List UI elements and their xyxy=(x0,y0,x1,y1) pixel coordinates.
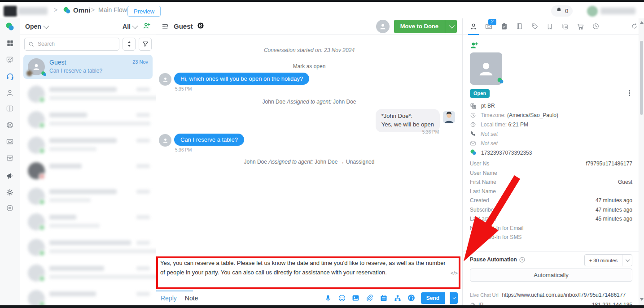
contact-profile-avatar xyxy=(470,52,502,85)
conversation-item-blurred[interactable] xyxy=(23,209,153,235)
broadcast-megaphone-icon[interactable] xyxy=(5,171,15,181)
livechat-headset-icon[interactable] xyxy=(5,71,15,81)
flow-sitemap-icon[interactable] xyxy=(393,294,402,303)
tab-tasks-clipboard-icon[interactable] xyxy=(499,22,508,31)
window-scrollbar[interactable] xyxy=(639,18,644,305)
collapse-sidebar-icon[interactable] xyxy=(162,22,169,30)
send-options-dropdown[interactable] xyxy=(450,292,458,304)
phone-row[interactable]: Not set xyxy=(470,130,632,139)
refresh-icon[interactable] xyxy=(631,23,638,30)
field-row[interactable]: User Ns f79795u171486177 xyxy=(470,159,632,168)
flows-columns-icon[interactable] xyxy=(5,104,15,113)
user-menu-blurred[interactable] xyxy=(587,5,639,17)
app-logo-blurred[interactable] xyxy=(4,6,17,17)
omni-channel-icon[interactable] xyxy=(5,120,15,130)
filter-funnel-button[interactable] xyxy=(139,38,152,51)
tab-chat-widget-icon[interactable]: 2 xyxy=(484,22,493,31)
search-box[interactable] xyxy=(24,38,119,51)
tab-copy-pages-icon[interactable] xyxy=(561,22,570,31)
search-input[interactable] xyxy=(37,40,115,48)
templates-card-icon[interactable] xyxy=(5,137,15,147)
conversation-item-blurred[interactable] xyxy=(23,260,153,286)
attachment-icon[interactable] xyxy=(365,294,374,303)
analytics-board-icon[interactable] xyxy=(5,55,15,65)
more-options-icon[interactable] xyxy=(629,89,631,97)
bell-icon xyxy=(556,7,562,15)
tab-profile-icon[interactable] xyxy=(469,22,478,31)
field-row[interactable]: User Name xyxy=(470,169,632,178)
conversation-item-blurred[interactable] xyxy=(23,107,153,133)
reply-textarea[interactable]: Yes, you can reserve a table. Please let… xyxy=(160,259,449,278)
dashboard-grid-icon[interactable] xyxy=(5,38,15,48)
field-row[interactable]: Not Opted-In for Email xyxy=(470,224,632,233)
conversation-item-blurred[interactable] xyxy=(23,82,153,107)
emoji-icon[interactable] xyxy=(337,294,346,303)
message-timestamp: 5:35 PM xyxy=(175,87,192,91)
field-row[interactable]: Created 47 minutes ago xyxy=(470,196,632,205)
pause-duration-dropdown[interactable]: + 30 minutes xyxy=(584,254,632,266)
move-to-done-button[interactable]: Move to Done xyxy=(394,20,457,33)
assign-action: Assigned to agent: xyxy=(287,99,331,105)
field-row[interactable]: First Name Guest xyxy=(470,178,632,187)
status-badge[interactable]: Open xyxy=(470,89,490,98)
agent-headset-icon[interactable] xyxy=(407,294,416,303)
status-filter-dropdown[interactable]: Open xyxy=(25,23,48,30)
scrollbar-thumb[interactable] xyxy=(640,41,643,115)
chevron-down-icon xyxy=(622,255,632,266)
automatically-button[interactable]: Automatically xyxy=(470,269,632,282)
assign-actor: John Doe xyxy=(263,99,285,105)
outgoing-line1: *John Doe*: xyxy=(381,112,434,121)
scroll-down-arrow[interactable] xyxy=(640,298,644,301)
conversation-item-blurred[interactable] xyxy=(23,133,153,158)
tab-note[interactable]: Note xyxy=(185,295,198,302)
conversation-item-blurred[interactable] xyxy=(23,158,153,184)
tab-reply[interactable]: Reply xyxy=(161,295,177,302)
inbox-archive-icon[interactable] xyxy=(5,153,15,163)
uchat-logo-icon[interactable] xyxy=(5,22,15,32)
chevron-down-icon xyxy=(43,23,49,29)
conversation-item-blurred[interactable] xyxy=(23,184,153,209)
conversation-item-blurred[interactable] xyxy=(23,286,153,308)
tab-notes-book-icon[interactable] xyxy=(515,22,524,31)
help-comment-icon[interactable] xyxy=(5,203,15,213)
field-value: Guest xyxy=(618,179,632,185)
tab-cart-icon[interactable] xyxy=(576,22,585,31)
channel-filter-dropdown[interactable]: All xyxy=(123,23,136,30)
conversation-item-selected[interactable]: Guest Can I reserve a table? 23 Nov xyxy=(23,55,153,79)
conversation-date: 23 Nov xyxy=(132,59,148,65)
assignee-avatar[interactable] xyxy=(376,20,390,33)
breadcrumb-page: Main Flow xyxy=(98,2,127,18)
field-label: Last action xyxy=(470,216,496,222)
contact-message-avatar xyxy=(159,73,171,86)
live-chat-url-value[interactable]: https://www.uchat.com.au/inbox/f79795u17… xyxy=(502,292,626,298)
move-to-done-dropdown[interactable] xyxy=(445,20,457,33)
field-row[interactable]: Last action 45 minutes ago xyxy=(470,214,632,223)
notification-area[interactable]: 0 xyxy=(551,5,573,17)
assign-agent-icon[interactable] xyxy=(470,41,479,52)
field-row[interactable]: Not Opted-In for SMS xyxy=(470,233,632,242)
microphone-icon[interactable] xyxy=(324,294,333,303)
add-contact-icon[interactable] xyxy=(143,22,151,31)
settings-gear-icon[interactable] xyxy=(5,187,15,197)
calendar-icon[interactable] xyxy=(379,294,388,303)
blurred-content xyxy=(23,109,153,131)
send-button[interactable]: Send xyxy=(421,292,445,304)
field-row[interactable]: Last Name xyxy=(470,187,632,196)
local-time-label: Local time: xyxy=(481,121,507,128)
conversation-item-blurred[interactable] xyxy=(23,235,153,260)
tab-bookmark-icon[interactable] xyxy=(545,22,554,31)
scroll-up-arrow[interactable] xyxy=(640,21,644,24)
workspace-name-blurred[interactable] xyxy=(18,7,48,15)
tab-history-clock-icon[interactable] xyxy=(591,22,600,31)
email-row[interactable]: Not set xyxy=(470,139,632,148)
sort-button[interactable] xyxy=(123,38,136,51)
contacts-person-icon[interactable] xyxy=(5,88,15,98)
tab-tags-icon[interactable] xyxy=(530,22,539,31)
image-icon[interactable] xyxy=(351,294,360,303)
code-view-icon[interactable]: </> xyxy=(451,270,458,276)
phone-value: Not set xyxy=(481,131,498,137)
bot-status-icon[interactable] xyxy=(197,22,204,30)
breadcrumb-flow[interactable]: Omni xyxy=(73,2,90,18)
preview-button[interactable]: Preview xyxy=(127,6,161,17)
field-row[interactable]: Subscribed 47 minutes ago xyxy=(470,205,632,214)
